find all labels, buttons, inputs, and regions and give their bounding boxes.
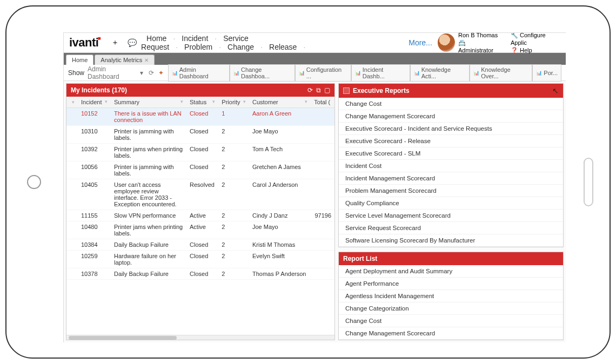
- cell-summary[interactable]: Printer is jamming with labels.: [111, 161, 186, 179]
- user-role[interactable]: Administrator: [458, 39, 500, 54]
- nav-more[interactable]: More...: [403, 38, 438, 47]
- exec-report-link[interactable]: Service Level Management Scorecard: [339, 210, 563, 222]
- table-row[interactable]: 10405User can't access employee review i…: [66, 179, 334, 210]
- cell-customer[interactable]: Aaron A Green: [249, 108, 311, 126]
- report-link[interactable]: Agent Performance: [339, 278, 563, 290]
- report-link[interactable]: Agentless Incident Management: [339, 290, 563, 302]
- cell-summary[interactable]: Printer jams when printing labels.: [111, 144, 186, 161]
- configure-link[interactable]: Configure Applic: [511, 32, 560, 46]
- cell-incident[interactable]: 10310: [78, 126, 111, 144]
- cell-summary[interactable]: There is a issue with LAN connection: [111, 108, 186, 126]
- table-row[interactable]: 10392Printer jams when printing labels.C…: [66, 144, 334, 161]
- exec-reports-list[interactable]: Change CostChange Management ScorecardEx…: [339, 98, 563, 247]
- cell-summary[interactable]: Slow VPN performance: [111, 210, 186, 221]
- table-row[interactable]: 10384Daily Backup FailureClosed2Kristi M…: [66, 239, 334, 251]
- exec-report-link[interactable]: Change Cost: [339, 98, 563, 110]
- horizontal-scrollbar[interactable]: [66, 335, 334, 340]
- col-status[interactable]: Status▾: [186, 97, 218, 108]
- subtab-analytic-metrics[interactable]: Analytic Metrics✕: [95, 55, 155, 65]
- cell-customer[interactable]: Joe Mayo: [249, 221, 311, 239]
- col-priority[interactable]: Priority▾: [218, 97, 249, 108]
- maximize-icon[interactable]: ▢: [324, 86, 330, 94]
- cell-incident[interactable]: 10384: [78, 239, 111, 251]
- cell-customer[interactable]: Evelyn Swift: [249, 251, 311, 268]
- report-list-body[interactable]: Agent Deployment and Audit SummaryAgent …: [339, 265, 563, 340]
- cell-incident[interactable]: 10056: [78, 161, 111, 179]
- dashboard-tab[interactable]: Admin Dashboard: [168, 64, 230, 82]
- cell-summary[interactable]: User can't access employee review interf…: [111, 179, 186, 210]
- avatar[interactable]: [438, 33, 455, 52]
- subtab-home[interactable]: Home: [66, 55, 93, 65]
- exec-report-link[interactable]: Executive Scorecard - Incident and Servi…: [339, 123, 563, 135]
- cell-customer[interactable]: Joe Mayo: [249, 126, 311, 144]
- add-icon[interactable]: ＋: [107, 38, 123, 48]
- cell-incident[interactable]: 10259: [78, 251, 111, 268]
- nav-release[interactable]: Release: [264, 43, 302, 51]
- col-total[interactable]: Total (: [311, 97, 334, 108]
- dashboard-tab[interactable]: Change Dashboa...: [230, 64, 295, 82]
- report-link[interactable]: Change Cost: [339, 315, 563, 327]
- close-icon[interactable]: ✕: [144, 57, 149, 63]
- table-row[interactable]: 10056Printer is jamming with labels.Clos…: [66, 161, 334, 179]
- popout-icon[interactable]: ⧉: [316, 86, 321, 94]
- cell-incident[interactable]: 11155: [78, 210, 111, 221]
- cell-incident[interactable]: 10152: [78, 108, 111, 126]
- help-link[interactable]: Help: [511, 46, 560, 54]
- cell-customer[interactable]: Gretchen A James: [249, 161, 311, 179]
- cell-summary[interactable]: Printer jams when printing labels.: [111, 221, 186, 239]
- nav-home[interactable]: Home: [141, 34, 172, 43]
- table-row[interactable]: 10310Printer is jamming with labels.Clos…: [66, 126, 334, 144]
- nav-problem[interactable]: Problem: [179, 43, 218, 51]
- exec-report-link[interactable]: Incident Cost: [339, 160, 563, 172]
- cell-customer[interactable]: Tom A Tech: [249, 144, 311, 161]
- table-row[interactable]: 11155Slow VPN performanceActive2Cindy J …: [66, 210, 334, 221]
- col-summary[interactable]: Summary▾: [111, 97, 186, 108]
- nav-change[interactable]: Change: [222, 43, 259, 51]
- cell-customer[interactable]: Thomas P Anderson: [249, 268, 311, 280]
- exec-report-link[interactable]: Service Request Scorecard: [339, 222, 563, 234]
- scrollbar-thumb[interactable]: [69, 336, 177, 340]
- exec-report-link[interactable]: Incident Management Scorecard: [339, 172, 563, 185]
- chat-icon[interactable]: 💬: [123, 38, 141, 47]
- cell-summary[interactable]: Daily Backup Failure: [111, 239, 186, 251]
- report-link[interactable]: Agent Deployment and Audit Summary: [339, 265, 563, 278]
- exec-report-link[interactable]: Quality Compliance: [339, 197, 563, 210]
- exec-report-link[interactable]: Change Management Scorecard: [339, 110, 563, 123]
- col-customer[interactable]: Customer▾: [249, 97, 311, 108]
- incidents-table-body[interactable]: ▾ Incident▾ Summary▾ Status▾ Priority▾ C…: [66, 97, 334, 335]
- table-row[interactable]: 10152There is a issue with LAN connectio…: [66, 108, 334, 126]
- cell-customer[interactable]: Carol J Anderson: [249, 179, 311, 210]
- tablet-home-button[interactable]: [27, 175, 41, 189]
- cell-customer[interactable]: Kristi M Thomas: [249, 239, 311, 251]
- chevron-down-icon[interactable]: ▾: [140, 69, 143, 77]
- dashboard-tab[interactable]: Por...: [532, 64, 561, 82]
- nav-incident[interactable]: Incident: [176, 34, 213, 43]
- refresh-icon[interactable]: ⟳: [307, 86, 313, 94]
- dashboard-tab[interactable]: Incident Dashb...: [351, 64, 410, 82]
- cell-summary[interactable]: Printer is jamming with labels.: [111, 126, 186, 144]
- filter-icon[interactable]: ▾: [72, 99, 75, 105]
- cell-customer[interactable]: Cindy J Danz: [249, 210, 311, 221]
- dashboard-selector[interactable]: Admin Dashboard: [88, 65, 139, 80]
- dashboard-tab[interactable]: Knowledge Acti...: [410, 64, 470, 82]
- cell-incident[interactable]: 10480: [78, 221, 111, 239]
- exec-report-link[interactable]: Executive Scorecard - Release: [339, 135, 563, 147]
- exec-report-link[interactable]: Problem Management Scorecard: [339, 185, 563, 197]
- cell-summary[interactable]: Hardware failure on her laptop.: [111, 251, 186, 268]
- cell-incident[interactable]: 10392: [78, 144, 111, 161]
- exec-report-link[interactable]: Executive Scorecard - SLM: [339, 147, 563, 160]
- table-row[interactable]: 10480Printer jams when printing labels.A…: [66, 221, 334, 239]
- plus-icon[interactable]: ✦: [158, 69, 164, 77]
- report-link[interactable]: Change Categorization: [339, 302, 563, 315]
- table-row[interactable]: 10259Hardware failure on her laptop.Clos…: [66, 251, 334, 268]
- table-row[interactable]: 10378Daily Backup FailureClosed2Thomas P…: [66, 268, 334, 280]
- dashboard-tab[interactable]: Knowledge Over...: [470, 64, 532, 82]
- dashboard-tab[interactable]: Configuration ...: [295, 64, 351, 82]
- report-link[interactable]: Change Management Scorecard: [339, 327, 563, 340]
- refresh-icon[interactable]: ⟳: [149, 69, 154, 77]
- cell-incident[interactable]: 10378: [78, 268, 111, 280]
- cell-summary[interactable]: Daily Backup Failure: [111, 268, 186, 280]
- col-incident[interactable]: Incident▾: [78, 97, 111, 108]
- exec-report-link[interactable]: Software Licensing Scorecard By Manufact…: [339, 234, 563, 247]
- cell-incident[interactable]: 10405: [78, 179, 111, 210]
